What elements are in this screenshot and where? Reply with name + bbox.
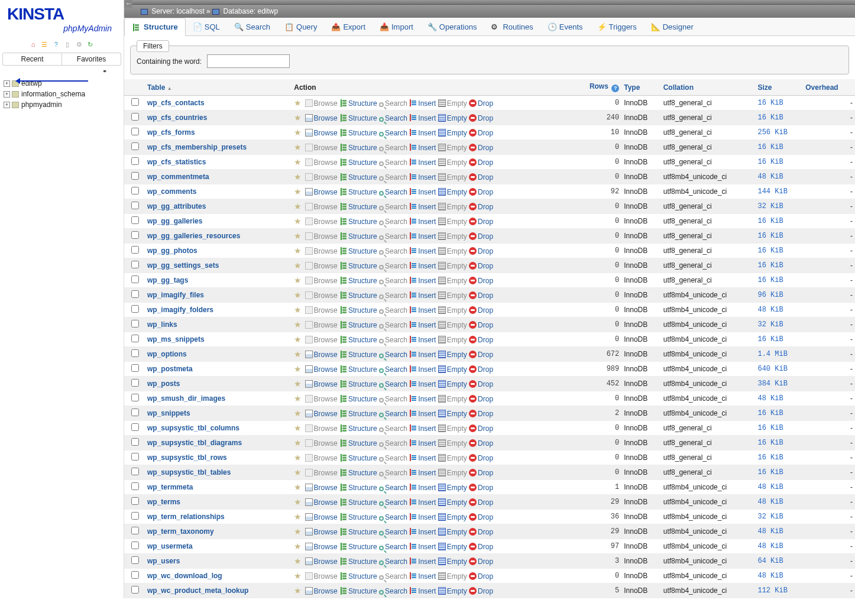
action-structure[interactable]: Structure [348,218,377,226]
favorite-icon[interactable]: ★ [294,320,302,329]
tab-search[interactable]: 🔍Search [227,18,277,35]
action-browse[interactable]: Browse [314,188,338,196]
action-search[interactable]: Search [385,410,407,418]
row-checkbox[interactable] [131,408,139,416]
table-name-link[interactable]: wp_supsystic_tbl_columns [147,424,239,432]
action-drop[interactable]: Drop [478,321,493,329]
action-structure[interactable]: Structure [348,587,377,595]
row-checkbox[interactable] [131,142,139,150]
action-drop[interactable]: Drop [478,365,493,374]
table-name-link[interactable]: wp_term_relationships [147,513,225,521]
expand-icon[interactable]: + [4,91,10,98]
favorite-icon[interactable]: ★ [294,142,302,152]
action-insert[interactable]: Insert [418,144,436,152]
row-checkbox[interactable] [131,379,139,387]
action-insert[interactable]: Insert [418,410,436,418]
action-drop[interactable]: Drop [478,424,493,433]
action-drop[interactable]: Drop [478,129,493,137]
action-empty[interactable]: Empty [447,395,467,403]
action-browse[interactable]: Browse [314,158,338,167]
action-structure[interactable]: Structure [348,158,377,167]
action-insert[interactable]: Insert [418,572,436,581]
action-insert[interactable]: Insert [418,469,436,477]
action-empty[interactable]: Empty [447,543,467,551]
action-browse[interactable]: Browse [314,218,338,226]
action-search[interactable]: Search [385,484,407,492]
action-empty[interactable]: Empty [447,351,467,359]
action-search[interactable]: Search [385,173,407,181]
action-insert[interactable]: Insert [418,218,436,226]
action-browse[interactable]: Browse [314,439,338,448]
db-item-editwp[interactable]: + editwp [0,78,124,89]
table-name-link[interactable]: wp_usermeta [147,542,193,550]
favorite-icon[interactable]: ★ [294,438,302,448]
favorite-icon[interactable]: ★ [294,423,302,433]
exit-icon[interactable]: ☰ [40,41,48,49]
table-name-link[interactable]: wp_supsystic_tbl_rows [147,453,227,462]
action-empty[interactable]: Empty [447,218,467,226]
action-insert[interactable]: Insert [418,114,436,122]
action-drop[interactable]: Drop [478,395,493,403]
row-checkbox[interactable] [131,231,139,239]
action-browse[interactable]: Browse [314,99,338,108]
action-drop[interactable]: Drop [478,336,493,344]
favorite-icon[interactable]: ★ [294,275,302,285]
row-checkbox[interactable] [131,216,139,224]
table-name-link[interactable]: wp_term_taxonomy [147,527,214,536]
action-empty[interactable]: Empty [447,114,467,122]
action-drop[interactable]: Drop [478,173,493,181]
row-checkbox[interactable] [131,128,139,135]
row-checkbox[interactable] [131,468,139,475]
action-browse[interactable]: Browse [314,454,338,462]
refresh-icon[interactable]: ↻ [86,41,95,49]
favorite-icon[interactable]: ★ [294,408,302,418]
favorite-icon[interactable]: ★ [294,556,302,566]
action-search[interactable]: Search [385,306,407,315]
table-name-link[interactable]: wp_terms [147,498,180,506]
action-browse[interactable]: Browse [314,306,338,315]
col-size[interactable]: Size [755,79,803,96]
action-insert[interactable]: Insert [418,188,436,196]
action-insert[interactable]: Insert [418,247,436,255]
action-empty[interactable]: Empty [447,188,467,196]
row-checkbox[interactable] [131,453,139,461]
action-browse[interactable]: Browse [314,232,338,241]
action-structure[interactable]: Structure [348,277,377,285]
table-name-link[interactable]: wp_users [147,557,180,565]
docs-icon[interactable]: ▯ [63,41,72,49]
row-checkbox[interactable] [131,586,139,594]
action-browse[interactable]: Browse [314,572,338,581]
action-empty[interactable]: Empty [447,232,467,241]
tab-recent[interactable]: Recent [3,53,62,65]
action-browse[interactable]: Browse [314,365,338,374]
action-empty[interactable]: Empty [447,557,467,566]
favorite-icon[interactable]: ★ [294,305,302,315]
action-insert[interactable]: Insert [418,173,436,181]
favorite-icon[interactable]: ★ [294,349,302,359]
favorite-icon[interactable]: ★ [294,261,302,270]
action-insert[interactable]: Insert [418,528,436,536]
tab-operations[interactable]: 🔧Operations [420,18,484,35]
favorite-icon[interactable]: ★ [294,216,302,226]
action-drop[interactable]: Drop [478,557,493,566]
action-search[interactable]: Search [385,439,407,448]
action-drop[interactable]: Drop [478,262,493,270]
favorite-icon[interactable]: ★ [294,290,302,300]
action-empty[interactable]: Empty [447,336,467,344]
row-checkbox[interactable] [131,290,139,298]
action-drop[interactable]: Drop [478,572,493,581]
action-empty[interactable]: Empty [447,129,467,137]
row-checkbox[interactable] [131,157,139,165]
favorite-icon[interactable]: ★ [294,335,302,344]
action-insert[interactable]: Insert [418,365,436,374]
action-insert[interactable]: Insert [418,321,436,329]
action-insert[interactable]: Insert [418,306,436,315]
action-drop[interactable]: Drop [478,454,493,462]
action-browse[interactable]: Browse [314,395,338,403]
action-insert[interactable]: Insert [418,498,436,507]
row-checkbox[interactable] [131,172,139,180]
action-drop[interactable]: Drop [478,277,493,285]
action-browse[interactable]: Browse [314,277,338,285]
action-browse[interactable]: Browse [314,336,338,344]
action-search[interactable]: Search [385,114,407,122]
